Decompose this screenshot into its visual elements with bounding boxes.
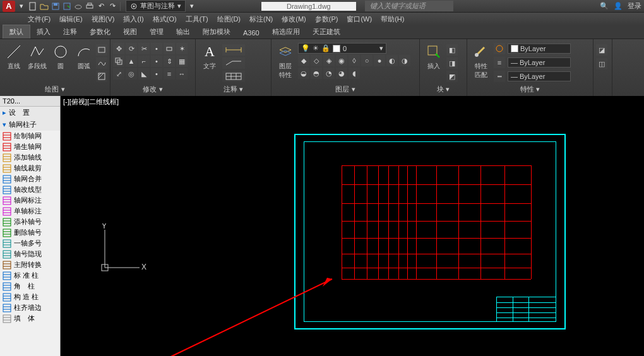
palette-item[interactable]: 主附转换 [0, 259, 60, 270]
menu-modify[interactable]: 修改(M) [278, 13, 310, 25]
fillet-icon[interactable]: ⌐ [138, 56, 150, 67]
trim-icon[interactable]: ✂ [138, 43, 150, 54]
extra-icon[interactable]: ◫ [596, 58, 607, 69]
edit-block-icon[interactable]: ◨ [446, 57, 458, 69]
palette-item[interactable]: 删除轴号 [0, 227, 60, 238]
layer-tool-icon[interactable]: ◈ [323, 55, 335, 66]
mirror-icon[interactable]: ▲ [126, 56, 137, 67]
menu-tools[interactable]: 工具(T) [182, 13, 212, 25]
palette-header-grid[interactable]: ▾轴网柱子 [0, 119, 60, 131]
layer-tool-icon[interactable]: ◕ [336, 68, 347, 79]
hatch-icon[interactable] [96, 71, 107, 82]
palette-header-settings[interactable]: ▸设 置 [0, 107, 60, 119]
workspace-switcher[interactable]: 草图与注释 ▾ [126, 0, 186, 12]
menu-draw[interactable]: 绘图(D) [213, 13, 244, 25]
palette-item[interactable]: 柱齐墙边 [0, 302, 60, 313]
menu-insert[interactable]: 插入(I) [119, 13, 147, 25]
erase-icon[interactable] [164, 43, 175, 54]
layer-tool-icon[interactable]: ◑ [399, 55, 410, 66]
align-icon[interactable]: ≡ [164, 68, 175, 80]
palette-item[interactable]: 标 准 柱 [0, 270, 60, 281]
menu-parametric[interactable]: 参数(P) [311, 13, 342, 25]
palette-item[interactable]: 角 柱 [0, 281, 60, 292]
menu-edit[interactable]: 编辑(E) [56, 13, 86, 25]
undo-icon[interactable]: ↶ [96, 1, 106, 11]
tab-insert[interactable]: 插入 [30, 25, 57, 39]
colorwheel-icon[interactable] [494, 43, 505, 54]
menu-window[interactable]: 窗口(W) [343, 13, 376, 25]
dim-linear-icon[interactable] [222, 44, 245, 56]
circle-button[interactable]: 圆 [49, 40, 71, 73]
palette-item[interactable]: 轴线裁剪 [0, 163, 60, 174]
qat-more-icon[interactable]: ▾ [187, 1, 197, 11]
view-label[interactable]: [-][俯视][二维线框] [63, 97, 119, 107]
tab-a360[interactable]: A360 [237, 27, 266, 39]
palette-item[interactable]: 一轴多号 [0, 238, 60, 249]
panel-title-props[interactable]: 特性 ▾ [470, 84, 590, 95]
menu-dimension[interactable]: 标注(N) [246, 13, 277, 25]
app-logo[interactable]: A [3, 1, 15, 12]
rotate-icon[interactable]: ⟳ [126, 43, 137, 54]
arc-button[interactable]: 圆弧 [73, 40, 95, 73]
tab-tangent[interactable]: 天正建筑 [306, 25, 347, 39]
create-block-icon[interactable]: ◧ [446, 44, 458, 56]
cloud-icon[interactable] [73, 1, 83, 11]
layer-tool-icon[interactable]: ◇ [311, 55, 322, 66]
chamfer-icon[interactable]: ◣ [138, 68, 150, 80]
palette-tab[interactable]: T20... [0, 96, 60, 107]
layer-tool-icon[interactable]: ◒ [298, 68, 309, 79]
palette-item[interactable]: 轴改线型 [0, 184, 60, 195]
copy-icon[interactable] [113, 56, 124, 67]
polyline-button[interactable]: 多段线 [26, 40, 48, 73]
palette-item[interactable]: 填 体 [0, 313, 60, 324]
layer-tool-icon[interactable]: ◊ [349, 55, 360, 66]
linetype-icon[interactable]: ┅ [494, 71, 505, 82]
layer-tool-icon[interactable]: ◉ [336, 55, 347, 66]
rect-icon[interactable] [96, 44, 107, 56]
matchprops-button[interactable]: 特性 匹配 [470, 40, 492, 82]
login-link[interactable]: 登录 [628, 1, 641, 11]
scale-icon[interactable]: ⤢ [113, 68, 124, 80]
color-combo[interactable]: ByLayer [508, 44, 571, 54]
tab-parametric[interactable]: 参数化 [83, 25, 117, 39]
menu-help[interactable]: 帮助(H) [377, 13, 408, 25]
offset-icon[interactable]: ◎ [126, 68, 137, 80]
layer-tool-icon[interactable]: ◆ [298, 55, 309, 66]
lineweight-combo[interactable]: — ByLayer [508, 57, 571, 68]
tab-view[interactable]: 视图 [117, 25, 143, 39]
layer-combo[interactable]: 💡 ☀ 🔒 0 ▾ [298, 43, 386, 54]
palette-item[interactable]: 绘制轴网 [0, 131, 60, 141]
panel-title-modify[interactable]: 修改 ▾ [113, 84, 193, 95]
saveas-icon[interactable] [62, 1, 72, 11]
palette-item[interactable]: 构 造 柱 [0, 292, 60, 302]
panel-title-draw[interactable]: 绘图 ▾ [3, 84, 107, 95]
palette-item[interactable]: 添补轴号 [0, 217, 60, 227]
filename-field[interactable]: Drawing1.dwg [261, 2, 356, 11]
palette-item[interactable]: 轴网标注 [0, 195, 60, 206]
dot2-icon[interactable]: • [151, 56, 162, 67]
palette-item[interactable]: 单轴标注 [0, 206, 60, 217]
open-icon[interactable] [39, 1, 49, 11]
palette-item[interactable]: 轴网合并 [0, 174, 60, 184]
layerprops-button[interactable]: 图层 特性 [274, 40, 297, 82]
tab-annotate[interactable]: 注释 [57, 25, 83, 39]
user-icon[interactable]: 👤 [614, 2, 623, 10]
layer-tool-icon[interactable]: ◐ [386, 55, 398, 66]
menu-view[interactable]: 视图(V) [88, 13, 119, 25]
panel-title-layers[interactable]: 图层 ▾ [274, 84, 417, 95]
binoculars-icon[interactable]: 🔍 [600, 2, 609, 10]
drawing-canvas[interactable]: [-][俯视][二维线框] Y X [61, 96, 644, 356]
layer-tool-icon[interactable]: ○ [361, 55, 373, 66]
print-icon[interactable] [85, 1, 95, 11]
layer-tool-icon[interactable]: ◓ [311, 68, 322, 79]
lineweight-icon[interactable]: ≡ [494, 57, 505, 68]
palette-item[interactable]: 轴号隐现 [0, 249, 60, 259]
panel-title-block[interactable]: 块 ▾ [422, 84, 464, 95]
move-icon[interactable]: ✥ [113, 43, 124, 54]
qat-dropdown-icon[interactable]: ▾ [16, 1, 27, 11]
palette-item[interactable]: 添加轴线 [0, 152, 60, 163]
spline-icon[interactable] [96, 57, 107, 69]
dot-icon[interactable]: • [151, 43, 162, 54]
tab-addins[interactable]: 附加模块 [196, 25, 237, 39]
tab-featured[interactable]: 精选应用 [266, 25, 306, 39]
